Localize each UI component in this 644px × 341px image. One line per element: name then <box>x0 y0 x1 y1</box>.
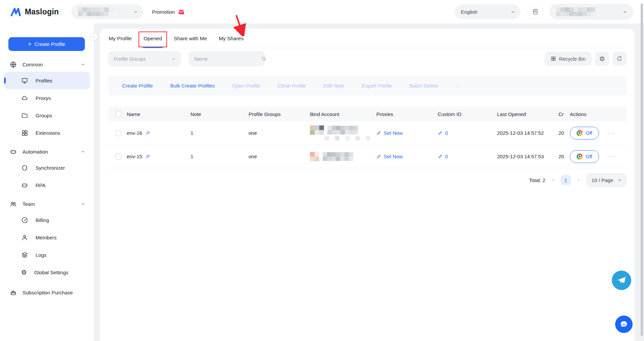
set-proxy-link[interactable]: Set Now <box>384 154 403 159</box>
column-header-name: Name <box>127 111 140 117</box>
profile-name: env-15 <box>127 154 142 159</box>
sidebar-item-rpa[interactable]: RPA <box>4 176 90 194</box>
gear-icon: ⚙ <box>599 56 605 62</box>
table-row: env-15 1 one Set Now <box>108 145 627 168</box>
row-more-menu[interactable]: ··· <box>608 130 615 136</box>
open-profile-action[interactable]: Open Profile <box>232 83 260 89</box>
sidebar-item-label: Groups <box>36 113 52 118</box>
edit-note-action[interactable]: Edit Note <box>324 83 344 89</box>
refresh-button[interactable] <box>612 52 627 66</box>
bulk-create-profiles-action[interactable]: Bulk Create Profiles <box>170 83 215 89</box>
table-settings-button[interactable]: ⚙ <box>595 52 609 66</box>
profile-groups-select[interactable]: Profile Groups <box>108 51 181 66</box>
sidebar-item-label: Profiles <box>36 78 52 83</box>
sync-icon <box>21 164 28 171</box>
row-more-menu[interactable]: ··· <box>608 154 615 160</box>
chat-support-button[interactable] <box>615 316 633 333</box>
more-actions-button[interactable]: ··· <box>455 83 461 89</box>
sidebar-item-members[interactable]: Members <box>4 229 90 246</box>
profile-group: one <box>249 130 310 136</box>
pin-icon[interactable] <box>145 154 150 159</box>
blurred-avatar <box>310 152 319 161</box>
created-clipped-value: 20 <box>558 154 570 159</box>
user-account-dropdown[interactable] <box>549 4 633 20</box>
next-page-button[interactable] <box>576 178 582 182</box>
tab-my-shares[interactable]: My Shares <box>218 29 244 48</box>
gear-icon: ⚙ <box>21 269 27 276</box>
page-scrollbar-thumb[interactable] <box>641 3 643 336</box>
profile-note: 1 <box>191 154 249 159</box>
sidebar-item-billing[interactable]: Billing <box>4 211 90 229</box>
create-profile-button[interactable]: + Create Profile <box>8 37 85 51</box>
brand-name: Maslogin <box>25 7 59 16</box>
brand: Maslogin <box>10 7 59 16</box>
created-clipped-value: 20 <box>558 130 570 136</box>
content-card: My Profile Opened Share with Me My Share… <box>100 29 635 341</box>
page-number-button[interactable]: 1 <box>561 175 571 185</box>
promotion-label: Promotion <box>152 9 175 15</box>
tab-share-with-me[interactable]: Share with Me <box>173 29 208 48</box>
recycle-bin-label: Recycle Bin <box>559 56 586 62</box>
chevron-up-icon <box>81 62 85 67</box>
blurred-bind-account <box>310 152 376 161</box>
pin-icon[interactable] <box>145 130 150 135</box>
column-header-custom-id: Custom ID <box>438 111 462 117</box>
column-header-proxies: Proxies <box>376 111 393 117</box>
export-profile-action[interactable]: Export Profile <box>362 83 392 89</box>
docs-button[interactable] <box>528 4 543 19</box>
sidebar-item-groups[interactable]: Groups <box>4 107 90 124</box>
profile-note: 1 <box>191 130 249 136</box>
sidebar-item-proxys[interactable]: Proxys <box>4 89 90 107</box>
row-checkbox[interactable] <box>115 130 121 136</box>
tab-label: Opened <box>144 36 162 42</box>
blurred-bind-account <box>310 125 376 140</box>
row-checkbox[interactable] <box>115 154 121 160</box>
chevron-down-icon <box>618 178 622 182</box>
blurred-account-text <box>327 126 358 134</box>
sidebar-section-team[interactable]: Team <box>0 196 94 211</box>
robot-icon <box>10 148 17 155</box>
sidebar-item-extensions[interactable]: Extensions <box>4 124 90 141</box>
sidebar-section-automation[interactable]: Automation <box>0 144 94 159</box>
sidebar-item-subscription-purchase[interactable]: Subscription Purchase <box>0 284 94 301</box>
name-search-input[interactable] <box>194 56 261 62</box>
profile-group: one <box>249 154 310 159</box>
sidebar-item-global-settings[interactable]: ⚙ Global Settings <box>4 264 90 281</box>
workspace-dropdown[interactable] <box>71 4 143 19</box>
gauge-icon <box>21 217 28 224</box>
recycle-grid-icon <box>551 56 556 61</box>
sidebar-item-synchronizer[interactable]: Synchronizer <box>4 159 90 176</box>
promotion-icon <box>178 8 185 15</box>
page-size-select[interactable]: 10 / Page <box>586 173 627 187</box>
create-profile-action[interactable]: Create Profile <box>122 83 153 89</box>
browser-off-button[interactable]: Off <box>570 127 599 139</box>
sidebar-item-profiles[interactable]: Profiles <box>4 72 90 89</box>
prev-page-button[interactable] <box>550 178 556 182</box>
recycle-bin-button[interactable]: Recycle Bin <box>545 52 592 66</box>
sidebar: + Create Profile Common Profiles Proxys … <box>0 23 94 341</box>
tab-label: My Profile <box>109 36 132 42</box>
language-dropdown[interactable]: English <box>455 4 521 19</box>
edit-pencil-icon <box>376 154 381 159</box>
sidebar-item-logs[interactable]: Logs <box>4 246 90 264</box>
last-opened-timestamp: 2025-12-03 14:57:52 <box>497 130 558 136</box>
tab-my-profile[interactable]: My Profile <box>108 29 132 48</box>
select-all-checkbox[interactable] <box>115 111 121 117</box>
telegram-icon <box>616 275 627 285</box>
browser-off-button[interactable]: Off <box>570 150 599 163</box>
set-proxy-link[interactable]: Set Now <box>384 130 403 136</box>
blurred-account-text <box>323 152 353 161</box>
refresh-icon <box>616 56 623 62</box>
batch-delete-action[interactable]: Batch Delete <box>409 83 438 89</box>
tab-opened[interactable]: Opened <box>143 29 163 48</box>
chevron-left-icon <box>93 36 95 38</box>
custom-id-link[interactable]: 0 <box>445 154 448 159</box>
sidebar-section-common[interactable]: Common <box>0 57 94 72</box>
blurred-account-subtext <box>325 136 376 140</box>
telegram-button[interactable] <box>612 271 631 290</box>
custom-id-link[interactable]: 0 <box>445 130 448 136</box>
close-profile-action[interactable]: Close Profile <box>278 83 306 89</box>
sidebar-collapse-button[interactable] <box>90 33 98 41</box>
plus-icon: + <box>28 41 32 47</box>
promotion-link[interactable]: Promotion <box>152 8 184 15</box>
